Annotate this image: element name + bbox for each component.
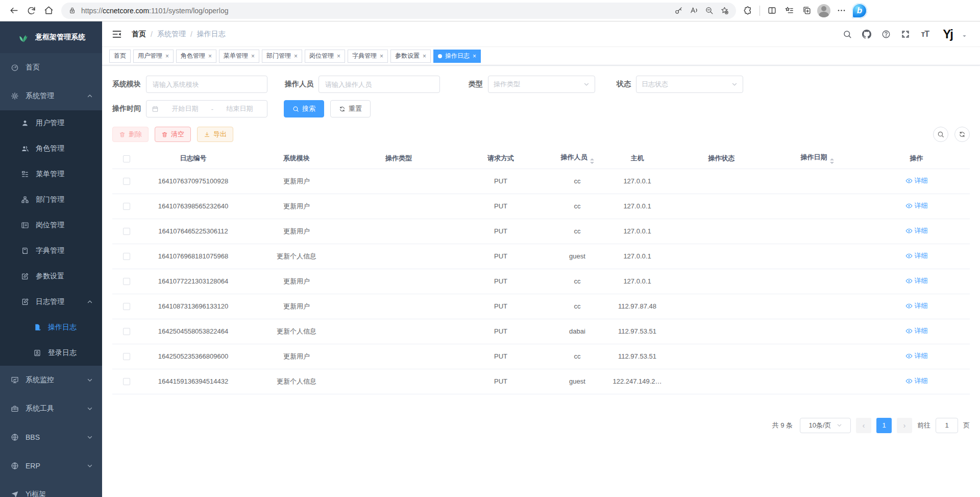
detail-link[interactable]: 详细 bbox=[905, 201, 928, 210]
browser-back-button[interactable] bbox=[5, 2, 22, 19]
close-icon[interactable]: × bbox=[423, 53, 426, 60]
sidebar-item-menu-management[interactable]: 菜单管理 bbox=[0, 161, 102, 187]
sidebar-item-log-management[interactable]: 日志管理 bbox=[0, 289, 102, 315]
bing-chat-icon[interactable]: b bbox=[852, 3, 867, 18]
password-key-icon[interactable] bbox=[671, 4, 686, 18]
operator-input[interactable] bbox=[318, 76, 440, 93]
date-range-picker[interactable]: 开始日期 - 结束日期 bbox=[146, 100, 267, 117]
sidebar-item-post-management[interactable]: 岗位管理 bbox=[0, 212, 102, 238]
tab-dict-management[interactable]: 字典管理× bbox=[348, 50, 388, 63]
row-checkbox[interactable] bbox=[123, 328, 130, 335]
sort-icon[interactable] bbox=[830, 158, 834, 164]
detail-link[interactable]: 详细 bbox=[905, 226, 928, 235]
sidebar-item-param-settings[interactable]: 参数设置 bbox=[0, 264, 102, 289]
detail-link[interactable]: 详细 bbox=[905, 251, 928, 261]
sidebar-item-yi-framework[interactable]: Yi框架 bbox=[0, 480, 102, 497]
hide-search-button[interactable] bbox=[933, 127, 948, 142]
browser-home-button[interactable] bbox=[40, 2, 57, 19]
detail-link[interactable]: 详细 bbox=[905, 301, 928, 311]
close-icon[interactable]: × bbox=[165, 53, 169, 60]
sidebar-item-home[interactable]: 首页 bbox=[0, 53, 102, 82]
profile-caret-down-icon[interactable] bbox=[957, 29, 972, 44]
app-logo[interactable]: 意框架管理系统 bbox=[0, 21, 102, 53]
search-icon[interactable] bbox=[840, 27, 855, 42]
detail-link[interactable]: 详细 bbox=[905, 176, 928, 185]
row-checkbox[interactable] bbox=[123, 378, 130, 385]
column-header[interactable]: 操作日期 bbox=[771, 148, 863, 169]
reset-button[interactable]: 重置 bbox=[330, 100, 371, 117]
tab-post-management[interactable]: 岗位管理× bbox=[305, 50, 345, 63]
status-select[interactable]: 日志状态 bbox=[636, 76, 743, 93]
zoom-out-icon[interactable] bbox=[701, 4, 717, 18]
sidebar-fold-icon[interactable] bbox=[110, 28, 124, 41]
sidebar-item-operation-log[interactable]: 操作日志 bbox=[0, 315, 102, 340]
row-checkbox[interactable] bbox=[123, 278, 130, 285]
browser-refresh-button[interactable] bbox=[22, 2, 40, 19]
breadcrumb-item[interactable]: 首页 bbox=[132, 30, 146, 39]
refresh-table-button[interactable] bbox=[954, 127, 970, 142]
row-checkbox[interactable] bbox=[123, 253, 130, 260]
font-size-icon[interactable]: тT bbox=[917, 27, 933, 42]
tab-menu-management[interactable]: 菜单管理× bbox=[219, 50, 259, 63]
sidebar-item-system-tools[interactable]: 系统工具 bbox=[0, 394, 102, 423]
sidebar-item-system-management[interactable]: 系统管理 bbox=[0, 82, 102, 110]
tab-role-management[interactable]: 角色管理× bbox=[176, 50, 216, 63]
detail-link[interactable]: 详细 bbox=[905, 351, 928, 361]
sidebar-item-erp[interactable]: ERP bbox=[0, 452, 102, 480]
search-button[interactable]: 搜索 bbox=[284, 100, 324, 117]
detail-link[interactable]: 详细 bbox=[905, 326, 928, 336]
export-button[interactable]: 导出 bbox=[197, 127, 233, 142]
delete-button[interactable]: 删除 bbox=[112, 127, 149, 142]
close-icon[interactable]: × bbox=[473, 53, 476, 60]
clear-button[interactable]: 清空 bbox=[155, 127, 191, 142]
collections-icon[interactable] bbox=[798, 2, 815, 19]
next-page-button[interactable]: › bbox=[897, 418, 912, 433]
extensions-icon[interactable] bbox=[739, 2, 756, 19]
sidebar-item-login-log[interactable]: 登录日志 bbox=[0, 340, 102, 366]
module-input[interactable] bbox=[146, 76, 267, 93]
close-icon[interactable]: × bbox=[208, 53, 212, 60]
github-icon[interactable] bbox=[859, 27, 874, 42]
tab-home[interactable]: 首页 bbox=[109, 50, 131, 63]
sidebar-item-user-management[interactable]: 用户管理 bbox=[0, 110, 102, 136]
row-checkbox[interactable] bbox=[123, 228, 130, 235]
row-checkbox[interactable] bbox=[123, 178, 130, 185]
sort-icon[interactable] bbox=[590, 158, 594, 164]
browser-menu-icon[interactable] bbox=[832, 2, 850, 19]
split-screen-icon[interactable] bbox=[763, 2, 780, 19]
detail-link[interactable]: 详细 bbox=[905, 276, 928, 286]
tab-user-management[interactable]: 用户管理× bbox=[133, 50, 174, 63]
page-1-button[interactable]: 1 bbox=[876, 418, 892, 433]
close-icon[interactable]: × bbox=[251, 53, 255, 60]
help-icon[interactable] bbox=[878, 27, 894, 42]
sidebar-item-bbs[interactable]: BBS bbox=[0, 423, 102, 452]
read-aloud-icon[interactable] bbox=[686, 4, 701, 18]
column-header[interactable]: 操作人员 bbox=[552, 148, 603, 169]
fullscreen-icon[interactable] bbox=[898, 27, 913, 42]
sidebar-item-system-monitor[interactable]: 系统监控 bbox=[0, 366, 102, 394]
close-icon[interactable]: × bbox=[294, 53, 298, 60]
close-icon[interactable]: × bbox=[337, 53, 340, 60]
sidebar-item-role-management[interactable]: 角色管理 bbox=[0, 136, 102, 161]
type-select[interactable]: 操作类型 bbox=[488, 76, 595, 93]
tab-param-settings[interactable]: 参数设置× bbox=[390, 50, 431, 63]
add-favorite-icon[interactable] bbox=[717, 4, 732, 18]
row-checkbox[interactable] bbox=[123, 303, 130, 310]
sidebar-item-dict-management[interactable]: 字典管理 bbox=[0, 238, 102, 264]
eye-icon bbox=[905, 227, 913, 234]
goto-page-input[interactable] bbox=[936, 418, 958, 433]
browser-profile-avatar[interactable] bbox=[815, 2, 832, 19]
row-checkbox[interactable] bbox=[123, 353, 130, 360]
address-bar[interactable]: https://ccnetcore.com:1101/system/log/op… bbox=[61, 3, 736, 19]
tab-operation-log[interactable]: 操作日志× bbox=[433, 50, 481, 63]
close-icon[interactable]: × bbox=[380, 53, 383, 60]
page-size-select[interactable]: 10条/页 bbox=[800, 418, 851, 433]
tab-dept-management[interactable]: 部门管理× bbox=[262, 50, 302, 63]
row-checkbox[interactable] bbox=[123, 203, 130, 210]
prev-page-button[interactable]: ‹ bbox=[856, 418, 871, 433]
select-all-checkbox[interactable] bbox=[123, 155, 130, 162]
detail-link[interactable]: 详细 bbox=[905, 376, 928, 386]
sidebar-item-dept-management[interactable]: 部门管理 bbox=[0, 187, 102, 212]
favorites-icon[interactable] bbox=[780, 2, 798, 19]
profile-logo[interactable]: Yj bbox=[943, 27, 952, 41]
